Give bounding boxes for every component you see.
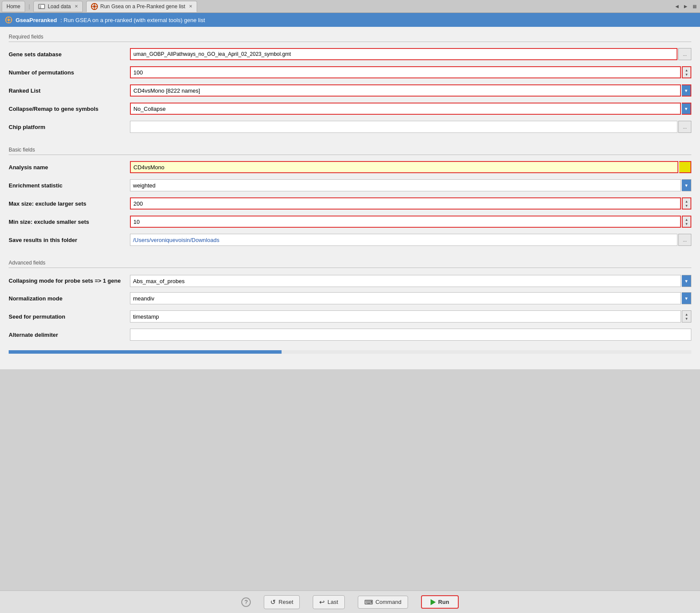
save-results-input[interactable] (130, 234, 677, 246)
command-button[interactable]: ⌨ Command (358, 596, 408, 609)
enrichment-statistic-label: Enrichment statistic (9, 182, 130, 189)
tab-home-label: Home (6, 3, 20, 10)
save-results-browse[interactable]: ... (678, 234, 691, 246)
progress-area (9, 350, 691, 354)
gene-sets-database-label: Gene sets database (9, 51, 130, 58)
analysis-name-input[interactable] (130, 161, 678, 173)
tab-bar-left: Home | Load data ✕ Run Gsea on (2, 1, 197, 12)
save-results-label: Save results in this folder (9, 237, 130, 243)
num-permutations-input-area: ▲ ▼ (130, 66, 691, 78)
tab-run-gsea[interactable]: Run Gsea on a Pre-Ranked gene list ✕ (86, 1, 197, 12)
command-icon: ⌨ (364, 599, 373, 606)
basic-section-title: Basic fields (9, 147, 691, 155)
required-section-title: Required fields (9, 34, 691, 42)
run-button[interactable]: Run (421, 595, 459, 609)
gene-sets-database-browse[interactable]: ... (678, 48, 691, 60)
max-size-input[interactable] (130, 197, 681, 210)
nav-menu[interactable]: ▦ (690, 3, 698, 10)
enrichment-statistic-input[interactable] (130, 179, 681, 191)
title-bar: GseaPreranked : Run GSEA on a pre-ranked… (0, 13, 700, 27)
collapse-remap-label: Collapse/Remap to gene symbols (9, 106, 130, 112)
title-app-name: GseaPreranked (16, 17, 57, 23)
chip-platform-label: Chip platform (9, 124, 130, 130)
max-size-row: Max size: exclude larger sets ▲ ▼ (9, 197, 691, 210)
nav-back[interactable]: ◀ (673, 3, 681, 10)
num-permutations-row: Number of permutations ▲ ▼ (9, 65, 691, 79)
analysis-name-color-btn[interactable] (679, 161, 691, 173)
last-button[interactable]: ↩ Last (313, 595, 345, 609)
ranked-list-input[interactable] (130, 84, 681, 97)
alternate-delimiter-input-area (130, 329, 691, 341)
title-description: : Run GSEA on a pre-ranked (with externa… (60, 17, 205, 23)
advanced-fields-section: Advanced fields Collapsing mode for prob… (9, 260, 691, 354)
tab-bar: Home | Load data ✕ Run Gsea on (0, 0, 700, 13)
svg-rect-10 (96, 6, 97, 7)
command-label: Command (376, 599, 402, 605)
enrichment-statistic-row: Enrichment statistic ▼ (9, 178, 691, 192)
advanced-section-title: Advanced fields (9, 260, 691, 268)
enrichment-statistic-dropdown-btn[interactable]: ▼ (682, 179, 691, 191)
chip-platform-input[interactable] (130, 121, 677, 133)
min-size-input[interactable] (130, 216, 681, 228)
tab-run-gsea-label: Run Gsea on a Pre-Ranked gene list (100, 3, 185, 10)
progress-bar (9, 350, 282, 354)
normalization-mode-label: Normalization mode (9, 295, 130, 302)
num-permutations-input[interactable] (130, 66, 681, 78)
reset-label: Reset (279, 599, 293, 605)
enrichment-statistic-input-area: ▼ (130, 179, 691, 191)
collapse-remap-dropdown-btn[interactable]: ▼ (682, 103, 691, 115)
svg-point-12 (7, 19, 10, 21)
spinner-up: ▲ (685, 68, 688, 72)
tab-run-gsea-close[interactable]: ✕ (189, 4, 192, 9)
gene-sets-database-row: Gene sets database ... (9, 47, 691, 61)
alternate-delimiter-input[interactable] (130, 329, 691, 341)
reset-icon: ↺ (270, 598, 276, 606)
tab-load-data-close[interactable]: ✕ (75, 4, 78, 9)
normalization-mode-input-area: ▼ (130, 292, 691, 304)
tab-home[interactable]: Home (2, 1, 25, 12)
collapse-remap-input[interactable] (130, 103, 681, 115)
normalization-mode-input[interactable] (130, 292, 681, 304)
content-scroll[interactable]: Required fields Gene sets database ... N… (0, 27, 700, 590)
min-size-label: Min size: exclude smaller sets (9, 219, 130, 225)
seed-permutation-row: Seed for permutation ▲ ▼ (9, 310, 691, 323)
collapsing-mode-dropdown-btn[interactable]: ▼ (682, 275, 691, 287)
seed-permutation-label: Seed for permutation (9, 313, 130, 320)
collapsing-mode-input[interactable] (130, 275, 681, 287)
svg-rect-14 (8, 22, 9, 23)
tab-load-data-label: Load data (48, 3, 71, 10)
title-icon (5, 16, 12, 23)
svg-rect-7 (94, 3, 95, 5)
seed-spinner-up: ▲ (685, 313, 688, 316)
min-size-row: Min size: exclude smaller sets ▲ ▼ (9, 215, 691, 229)
reset-button[interactable]: ↺ Reset (264, 595, 300, 609)
analysis-name-row: Analysis name (9, 160, 691, 174)
ranked-list-label: Ranked List (9, 87, 130, 94)
help-button[interactable]: ? (241, 597, 251, 607)
alternate-delimiter-label: Alternate delimiter (9, 332, 130, 338)
max-size-spinner-down: ▼ (685, 204, 688, 208)
seed-permutation-input[interactable] (130, 310, 681, 323)
spinner-down: ▼ (685, 73, 688, 77)
seed-permutation-spinner[interactable]: ▲ ▼ (682, 310, 691, 323)
main-window: GseaPreranked : Run GSEA on a pre-ranked… (0, 13, 700, 613)
max-size-spinner[interactable]: ▲ ▼ (682, 197, 691, 210)
seed-spinner-down: ▼ (685, 317, 688, 321)
collapsing-mode-label: Collapsing mode for probe sets => 1 gene (9, 275, 130, 284)
svg-rect-3 (39, 6, 41, 7)
gene-sets-database-input-area: ... (130, 48, 691, 60)
chip-platform-browse[interactable]: ... (678, 121, 691, 133)
gene-sets-database-input[interactable] (130, 48, 677, 60)
tab-load-data[interactable]: Load data ✕ (33, 1, 82, 12)
num-permutations-spinner[interactable]: ▲ ▼ (682, 66, 691, 78)
save-results-input-area: ... (130, 234, 691, 246)
normalization-mode-dropdown-btn[interactable]: ▼ (682, 292, 691, 304)
nav-forward[interactable]: ▶ (682, 3, 690, 10)
collapsing-mode-row: Collapsing mode for probe sets => 1 gene… (9, 273, 691, 287)
alternate-delimiter-row: Alternate delimiter (9, 328, 691, 342)
bottom-bar: ? ↺ Reset ↩ Last ⌨ Command Run (0, 590, 700, 613)
ranked-list-dropdown-btn[interactable]: ▼ (682, 84, 691, 97)
svg-rect-8 (94, 8, 95, 10)
min-size-spinner[interactable]: ▲ ▼ (682, 216, 691, 228)
svg-rect-9 (91, 6, 93, 7)
